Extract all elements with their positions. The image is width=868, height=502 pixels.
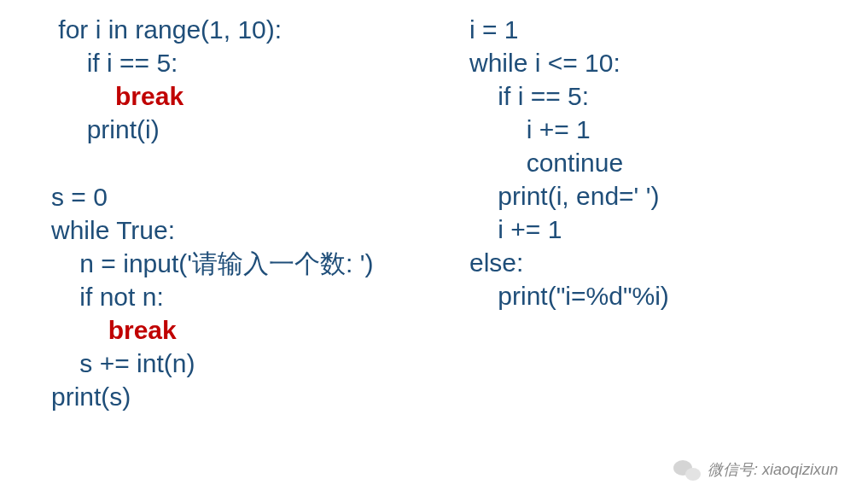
code-line: print(i, end=' ') [469, 179, 669, 213]
code-columns: for i in range(1, 10): if i == 5: break … [0, 0, 868, 413]
right-column: i = 1 while i <= 10: if i == 5: i += 1 c… [461, 13, 669, 413]
code-line: if i == 5: [469, 79, 669, 113]
code-line: print(i) [51, 113, 461, 146]
code-line: s = 0 [51, 180, 461, 213]
code-line: continue [469, 146, 669, 179]
code-line: s += int(n) [51, 347, 461, 380]
code-line: break [51, 313, 461, 347]
break-keyword: break [108, 316, 177, 344]
indent [51, 316, 108, 344]
indent [51, 82, 115, 110]
code-line: print("i=%d"%i) [469, 279, 669, 312]
code-line: print(s) [51, 380, 461, 413]
code-line: break [51, 79, 461, 113]
code-line: if i == 5: [51, 46, 461, 79]
left-column: for i in range(1, 10): if i == 5: break … [0, 13, 461, 413]
code-line: i += 1 [469, 113, 669, 146]
watermark-text: 微信号: xiaoqizixun [708, 459, 838, 480]
code-line: while i <= 10: [469, 46, 669, 79]
code-line: else: [469, 246, 669, 279]
break-keyword: break [115, 82, 184, 110]
code-line: if not n: [51, 280, 461, 313]
code-line: for i in range(1, 10): [51, 13, 461, 46]
code-line: i = 1 [469, 13, 669, 46]
block-gap [51, 146, 461, 180]
code-line: while True: [51, 213, 461, 247]
wechat-icon [673, 458, 701, 481]
code-line: i += 1 [469, 213, 669, 246]
watermark: 微信号: xiaoqizixun [673, 458, 838, 481]
code-line: n = input('请输入一个数: ') [51, 247, 461, 280]
